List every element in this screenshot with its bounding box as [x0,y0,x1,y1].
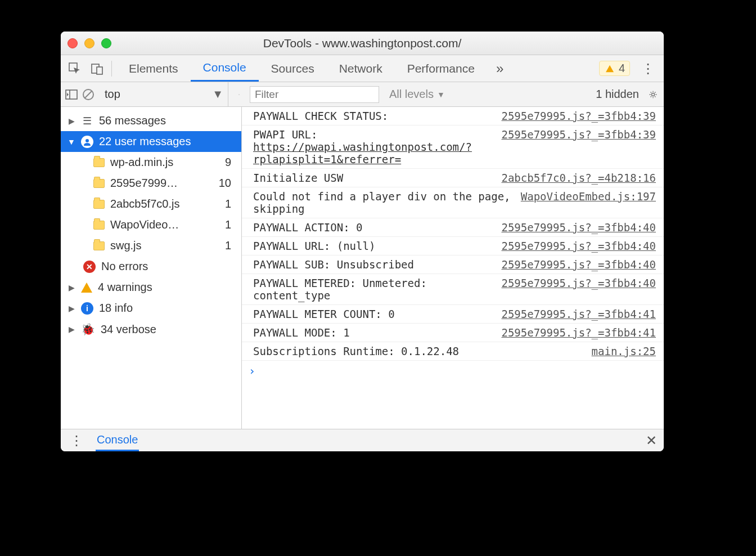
console-log-row[interactable]: PAYWALL MODE: 12595e79995.js?_=3fbb4:41 [242,324,664,342]
context-value: top [105,88,120,101]
sidebar-file-item[interactable]: 2abcb5f7c0.js1 [61,194,241,214]
tab-elements[interactable]: Elements [116,55,191,82]
panel-tabs: ElementsConsoleSourcesNetworkPerformance [116,55,487,82]
console-toolbar: top ▼ All levels ▼ 1 hidden [61,82,664,107]
log-levels-selector[interactable]: All levels ▼ [384,88,451,101]
traffic-lights [68,38,111,48]
sidebar-item-warnings[interactable]: ▶ 4 warnings [61,277,241,298]
sidebar-label: 22 user messages [99,135,191,148]
log-source-link[interactable]: main.js:25 [592,345,656,357]
svg-line-6 [85,91,92,98]
filter-input[interactable] [250,86,379,103]
console-settings-icon[interactable] [647,88,659,101]
sidebar-item-errors[interactable]: ✕ No errors [61,256,241,277]
folder-icon [93,179,105,188]
sidebar-file-item[interactable]: wp-ad.min.js9 [61,152,241,173]
log-message: Could not find a player div on the page,… [253,190,513,215]
console-log-row[interactable]: PAYWALL METER COUNT: 02595e79995.js?_=3f… [242,305,664,324]
console-log-row[interactable]: PAYWALL SUB: Unsubscribed2595e79995.js?_… [242,255,664,274]
tab-performance[interactable]: Performance [395,55,487,82]
toggle-sidebar-icon[interactable] [65,88,78,101]
log-message: PAYWALL URL: (null) [253,240,493,252]
expand-icon: ▶ [68,116,75,125]
log-source-link[interactable]: WapoVideoEmbed.js:197 [521,190,656,215]
folder-icon [93,200,105,209]
tab-console[interactable]: Console [191,55,259,82]
svg-point-17 [86,139,89,142]
svg-point-7 [239,94,240,95]
expand-icon: ▶ [68,304,75,313]
warnings-badge[interactable]: 4 [599,61,630,76]
console-prompt[interactable]: › [242,361,664,381]
sidebar-label: 34 verbose [101,323,156,336]
sidebar-item-user-messages[interactable]: ▼ 22 user messages [61,131,241,152]
file-name: 2abcb5f7c0.js [110,198,179,210]
sidebar-file-item[interactable]: WapoVideo…1 [61,214,241,235]
log-source-link[interactable]: 2abcb5f7c0.js?_=4b218:16 [501,172,656,184]
file-count: 1 [225,218,236,231]
tab-sources[interactable]: Sources [259,55,327,82]
close-window-button[interactable] [68,38,78,48]
log-source-link[interactable]: 2595e79995.js?_=3fbb4:39 [501,110,656,122]
drawer-close-button[interactable]: ✕ [646,433,657,449]
log-source-link[interactable]: 2595e79995.js?_=3fbb4:40 [501,277,656,302]
sidebar-item-messages[interactable]: ▶ ☰ 56 messages [61,110,241,131]
svg-point-8 [651,93,654,96]
tab-network[interactable]: Network [327,55,395,82]
live-expression-icon[interactable] [233,88,245,101]
inspect-element-icon[interactable] [69,62,81,75]
bug-icon: 🐞 [81,322,95,336]
sidebar-file-item[interactable]: swg.js1 [61,235,241,256]
warning-icon [81,283,92,293]
hidden-count[interactable]: 1 hidden [596,88,642,101]
log-message: PAYWALL CHECK STATUS: [253,110,493,122]
log-source-link[interactable]: 2595e79995.js?_=3fbb4:41 [501,308,656,320]
log-source-link[interactable]: 2595e79995.js?_=3fbb4:40 [501,240,656,252]
svg-rect-2 [97,67,102,74]
svg-line-14 [655,96,655,97]
drawer-menu-button[interactable]: ⋮ [68,433,86,449]
log-message: Initialize USW [253,172,493,184]
file-count: 9 [225,156,236,169]
log-source-link[interactable]: 2595e79995.js?_=3fbb4:39 [501,128,656,165]
clear-console-icon[interactable] [82,88,94,101]
collapse-icon: ▼ [68,137,75,146]
sidebar-label: No errors [101,260,148,273]
sidebar-file-item[interactable]: 2595e7999…10 [61,173,241,194]
drawer-tab-console[interactable]: Console [96,429,139,451]
folder-icon [93,158,105,167]
more-tabs-button[interactable]: » [493,61,505,77]
log-link[interactable]: https://pwapi.washingtonpost.com/?rplapi… [253,141,472,165]
sidebar-item-verbose[interactable]: ▶ 🐞 34 verbose [61,319,241,340]
minimize-window-button[interactable] [84,38,94,48]
log-message: Subscriptions Runtime: 0.1.22.48 [253,345,584,357]
folder-icon [93,221,105,230]
main-menu-button[interactable]: ⋮ [639,61,657,77]
console-log-row[interactable]: Initialize USW2abcb5f7c0.js?_=4b218:16 [242,169,664,187]
separator [111,61,112,77]
console-log-row[interactable]: PWAPI URL: https://pwapi.washingtonpost.… [242,125,664,169]
context-selector[interactable]: top ▼ [99,82,228,106]
console-log-row[interactable]: PAYWALL CHECK STATUS:2595e79995.js?_=3fb… [242,107,664,125]
console-log-row[interactable]: Subscriptions Runtime: 0.1.22.48main.js:… [242,342,664,361]
log-message: PAYWALL SUB: Unsubscribed [253,258,493,271]
folder-icon [93,241,105,250]
sidebar-label: 56 messages [99,114,166,127]
maximize-window-button[interactable] [101,38,111,48]
console-log-row[interactable]: PAYWALL METERED: Unmetered: content_type… [242,274,664,305]
log-message: PAYWALL MODE: 1 [253,326,493,339]
log-source-link[interactable]: 2595e79995.js?_=3fbb4:41 [501,326,656,339]
error-icon: ✕ [83,261,96,273]
svg-line-13 [651,92,651,92]
sidebar-label: 18 info [99,302,133,315]
console-log-row[interactable]: Could not find a player div on the page,… [242,187,664,218]
expand-icon: ▶ [68,283,75,292]
warning-icon [606,65,614,72]
sidebar-item-info[interactable]: ▶ i 18 info [61,298,241,319]
device-toolbar-icon[interactable] [91,62,104,75]
dropdown-icon: ▼ [437,90,445,99]
console-log-row[interactable]: PAYWALL ACTION: 02595e79995.js?_=3fbb4:4… [242,218,664,237]
log-source-link[interactable]: 2595e79995.js?_=3fbb4:40 [501,258,656,271]
log-source-link[interactable]: 2595e79995.js?_=3fbb4:40 [501,221,656,234]
console-log-row[interactable]: PAYWALL URL: (null)2595e79995.js?_=3fbb4… [242,237,664,255]
